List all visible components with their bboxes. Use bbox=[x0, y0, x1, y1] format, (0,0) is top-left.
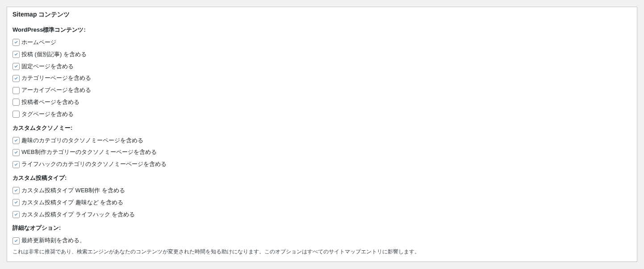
option-row: カスタム投稿タイプ 趣味など を含める bbox=[13, 197, 631, 209]
option-label[interactable]: WEB制作カテゴリーのタクソノミーページを含める bbox=[21, 148, 157, 157]
checkbox-cpt-hobby[interactable] bbox=[13, 199, 20, 206]
options-list: 趣味のカテゴリのタクソノミーページを含めるWEB制作カテゴリーのタクソノミーペー… bbox=[13, 135, 631, 170]
option-row: カテゴリーページを含める bbox=[13, 72, 631, 84]
option-row: 最終更新時刻を含める。 bbox=[13, 235, 631, 247]
option-label[interactable]: 投稿 (個別記事) を含める bbox=[21, 50, 87, 59]
option-label[interactable]: カテゴリーページを含める bbox=[21, 74, 91, 83]
options-list: ホームページ投稿 (個別記事) を含める固定ページを含めるカテゴリーページを含め… bbox=[13, 37, 631, 120]
option-label[interactable]: カスタム投稿タイプ ライフハック を含める bbox=[21, 210, 135, 219]
checkbox-cpt-lifehack[interactable] bbox=[13, 211, 20, 218]
checkbox-tax-hobby[interactable] bbox=[13, 137, 20, 144]
option-label[interactable]: ホームページ bbox=[21, 38, 56, 47]
option-label[interactable]: 最終更新時刻を含める。 bbox=[21, 236, 85, 245]
option-label[interactable]: 固定ページを含める bbox=[21, 62, 74, 71]
option-label[interactable]: タグページを含める bbox=[21, 110, 74, 119]
option-row: 投稿 (個別記事) を含める bbox=[13, 49, 631, 61]
checkbox-tax-web[interactable] bbox=[13, 149, 20, 156]
checkbox-tags[interactable] bbox=[13, 111, 20, 118]
group-heading: 詳細なオプション: bbox=[13, 224, 631, 232]
checkbox-tax-lifehack[interactable] bbox=[13, 161, 20, 168]
option-label[interactable]: カスタム投稿タイプ WEB制作 を含める bbox=[21, 186, 125, 195]
option-label[interactable]: 趣味のカテゴリのタクソノミーページを含める bbox=[21, 136, 143, 145]
checkbox-lastmod[interactable] bbox=[13, 237, 20, 244]
option-row: 趣味のカテゴリのタクソノミーページを含める bbox=[13, 135, 631, 147]
group-heading: WordPress標準コンテンツ: bbox=[13, 26, 631, 34]
option-description: これは非常に推奨であり、検索エンジンがあなたのコンテンツが変更された時間を知る助… bbox=[13, 248, 631, 256]
option-row: ライフハックのカテゴリのタクソノミーページを含める bbox=[13, 158, 631, 170]
group-heading: カスタムタクソノミー: bbox=[13, 124, 631, 132]
checkbox-authors[interactable] bbox=[13, 99, 20, 106]
options-list: 最終更新時刻を含める。 bbox=[13, 235, 631, 247]
option-label[interactable]: 投稿者ページを含める bbox=[21, 98, 79, 107]
option-label[interactable]: アーカイブページを含める bbox=[21, 86, 91, 95]
checkbox-homepage[interactable] bbox=[13, 39, 20, 46]
checkbox-cpt-web[interactable] bbox=[13, 187, 20, 194]
options-list: カスタム投稿タイプ WEB制作 を含めるカスタム投稿タイプ 趣味など を含めるカ… bbox=[13, 185, 631, 220]
option-row: 固定ページを含める bbox=[13, 61, 631, 73]
option-row: 投稿者ページを含める bbox=[13, 96, 631, 108]
panel-title: Sitemap コンテンツ bbox=[7, 7, 637, 22]
option-row: カスタム投稿タイプ WEB制作 を含める bbox=[13, 185, 631, 197]
checkbox-pages[interactable] bbox=[13, 63, 20, 70]
option-row: WEB制作カテゴリーのタクソノミーページを含める bbox=[13, 146, 631, 158]
sitemap-content-panel: Sitemap コンテンツ WordPress標準コンテンツ:ホームページ投稿 … bbox=[7, 7, 637, 262]
option-label[interactable]: ライフハックのカテゴリのタクソノミーページを含める bbox=[21, 160, 167, 169]
option-row: カスタム投稿タイプ ライフハック を含める bbox=[13, 209, 631, 221]
option-row: タグページを含める bbox=[13, 108, 631, 120]
group-heading: カスタム投稿タイプ: bbox=[13, 174, 631, 182]
checkbox-archives[interactable] bbox=[13, 87, 20, 94]
checkbox-categories[interactable] bbox=[13, 75, 20, 82]
checkbox-posts[interactable] bbox=[13, 51, 20, 58]
panel-body: WordPress標準コンテンツ:ホームページ投稿 (個別記事) を含める固定ペ… bbox=[7, 26, 637, 261]
option-row: ホームページ bbox=[13, 37, 631, 49]
option-label[interactable]: カスタム投稿タイプ 趣味など を含める bbox=[21, 198, 123, 207]
option-row: アーカイブページを含める bbox=[13, 84, 631, 96]
